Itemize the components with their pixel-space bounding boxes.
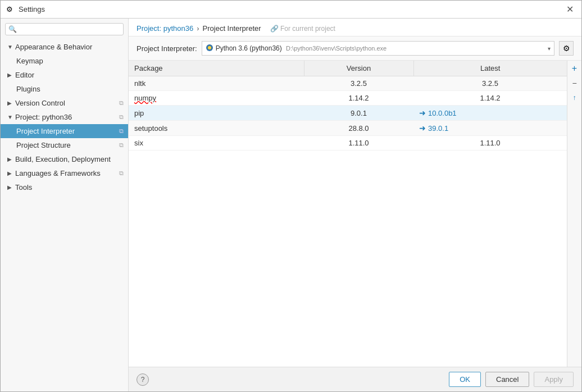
settings-dialog: ⚙ Settings ✕ 🔍 ▼ Appearance & Behavior K… [0, 0, 582, 392]
copy-icon: ⧉ [119, 99, 124, 107]
pkg-latest: 1.11.0 [413, 136, 567, 151]
dialog-title: Settings [19, 5, 45, 13]
search-icon: 🔍 [8, 25, 17, 33]
chevron-right-icon: ▶ [7, 156, 13, 162]
table-row[interactable]: nltk 3.2.5 3.2.5 [129, 76, 567, 91]
copy-icon: ⧉ [119, 113, 124, 121]
pkg-name: pip [129, 106, 304, 121]
chevron-right-icon: ▶ [7, 100, 13, 106]
chevron-right-icon: ▶ [7, 170, 13, 176]
help-button[interactable]: ? [137, 373, 149, 386]
sidebar-item-label: Project Structure [16, 141, 71, 149]
pkg-name: numpy [129, 91, 304, 106]
upgrade-arrow-icon: ➜ [419, 124, 426, 133]
cancel-button[interactable]: Cancel [485, 372, 529, 387]
pkg-version: 3.2.5 [304, 76, 413, 91]
sidebar-item-version-control[interactable]: ▶ Version Control ⧉ [1, 96, 128, 110]
interpreter-dropdown[interactable]: Python 3.6 (python36) D:\python36\venv\S… [202, 41, 554, 56]
sidebar-item-label: Project: python36 [15, 113, 72, 121]
sidebar-item-build[interactable]: ▶ Build, Execution, Deployment [1, 152, 128, 166]
pkg-latest: ➜ 39.0.1 [413, 121, 567, 136]
pkg-latest: 3.2.5 [413, 76, 567, 91]
copy-icon: ⧉ [119, 170, 124, 177]
sidebar-item-tools[interactable]: ▶ Tools [1, 180, 128, 194]
dialog-actions: OK Cancel Apply [449, 372, 574, 387]
pkg-version: 28.8.0 [304, 121, 413, 136]
add-package-button[interactable]: + [568, 62, 581, 75]
upgrade-indicator: ➜ 10.0.0b1 [419, 108, 561, 117]
for-current-project: 🔗 For current project [270, 25, 335, 33]
copy-icon: ⧉ [119, 142, 124, 149]
upgrade-indicator: ➜ 39.0.1 [419, 124, 561, 133]
table-row[interactable]: six 1.11.0 1.11.0 [129, 136, 567, 151]
search-input[interactable] [5, 23, 124, 35]
chevron-right-icon: ▶ [7, 184, 13, 190]
settings-icon: ⚙ [6, 5, 15, 14]
interpreter-path: D:\python36\venv\Scripts\python.exe [286, 45, 387, 52]
table-side-buttons: + − ↑ [567, 61, 581, 367]
sidebar-item-project-structure[interactable]: Project Structure ⧉ [1, 138, 128, 152]
sidebar-item-project[interactable]: ▼ Project: python36 ⧉ [1, 110, 128, 124]
copy-icon: ⧉ [119, 127, 124, 135]
interpreter-icon [206, 44, 213, 53]
packages-table-scroll: Package Version Latest nltk 3.2.5 3.2.5 [129, 61, 567, 367]
chevron-down-icon: ▼ [7, 114, 13, 120]
sidebar-item-appearance[interactable]: ▼ Appearance & Behavior [1, 40, 128, 54]
close-button[interactable]: ✕ [564, 5, 576, 14]
sidebar-item-label: Keymap [16, 57, 43, 65]
breadcrumb-current: Project Interpreter [203, 24, 261, 33]
svg-point-1 [208, 46, 211, 49]
sidebar-item-label: Plugins [16, 85, 40, 93]
bottom-bar: ? OK Cancel Apply [129, 367, 581, 391]
table-row[interactable]: numpy 1.14.2 1.14.2 [129, 91, 567, 106]
sidebar-item-project-interpreter[interactable]: Project Interpreter ⧉ [1, 124, 128, 138]
pkg-name: six [129, 136, 304, 151]
remove-package-button[interactable]: − [568, 76, 581, 90]
pkg-latest: 1.14.2 [413, 91, 567, 106]
sidebar-item-plugins[interactable]: Plugins [1, 82, 128, 96]
sidebar-item-label: Appearance & Behavior [15, 43, 92, 51]
pkg-name: setuptools [129, 121, 304, 136]
upgrade-package-button[interactable]: ↑ [568, 91, 581, 104]
sidebar-item-label: Version Control [15, 99, 65, 107]
table-row[interactable]: setuptools 28.8.0 ➜ 39.0.1 [129, 121, 567, 136]
chevron-down-icon: ▼ [7, 44, 13, 50]
interpreter-select-wrap: Python 3.6 (python36) D:\python36\venv\S… [202, 41, 554, 56]
sidebar-item-label: Tools [15, 183, 32, 192]
breadcrumb-separator: › [197, 24, 199, 33]
breadcrumb-parent[interactable]: Project: python36 [137, 24, 193, 33]
table-row[interactable]: pip 9.0.1 ➜ 10.0.0b1 [129, 106, 567, 121]
sidebar-item-languages[interactable]: ▶ Languages & Frameworks ⧉ [1, 166, 128, 180]
pkg-version: 1.14.2 [304, 91, 413, 106]
link-icon: 🔗 [270, 25, 279, 33]
apply-button[interactable]: Apply [534, 372, 574, 387]
pkg-latest: ➜ 10.0.0b1 [413, 106, 567, 121]
breadcrumb: Project: python36 › Project Interpreter … [129, 19, 581, 37]
sidebar-item-label: Languages & Frameworks [15, 169, 101, 177]
chevron-right-icon: ▶ [7, 72, 13, 78]
search-box: 🔍 [5, 23, 124, 35]
right-panel: Project: python36 › Project Interpreter … [129, 19, 581, 391]
col-latest: Latest [413, 61, 567, 76]
pkg-name-underline: numpy [134, 94, 156, 102]
sidebar-item-label: Build, Execution, Deployment [15, 155, 111, 163]
sidebar-item-editor[interactable]: ▶ Editor [1, 68, 128, 82]
sidebar-item-keymap[interactable]: Keymap [1, 54, 128, 68]
packages-table: Package Version Latest nltk 3.2.5 3.2.5 [129, 61, 567, 151]
pkg-version: 1.11.0 [304, 136, 413, 151]
interpreter-value: Python 3.6 (python36) D:\python36\venv\S… [216, 44, 548, 52]
interpreter-settings-button[interactable]: ⚙ [559, 41, 574, 56]
dropdown-arrow-icon: ▾ [548, 45, 551, 52]
col-version: Version [304, 61, 413, 76]
main-content: 🔍 ▼ Appearance & Behavior Keymap ▶ Edito… [1, 19, 581, 391]
title-bar-left: ⚙ Settings [6, 5, 45, 14]
sidebar: 🔍 ▼ Appearance & Behavior Keymap ▶ Edito… [1, 19, 129, 391]
pkg-version: 9.0.1 [304, 106, 413, 121]
col-package: Package [129, 61, 304, 76]
pkg-name: nltk [129, 76, 304, 91]
interpreter-row: Project Interpreter: Python 3.6 (python3… [129, 37, 581, 61]
ok-button[interactable]: OK [449, 372, 481, 387]
title-bar: ⚙ Settings ✕ [1, 1, 581, 19]
interpreter-label: Project Interpreter: [137, 44, 197, 53]
packages-table-wrapper: Package Version Latest nltk 3.2.5 3.2.5 [129, 61, 581, 367]
